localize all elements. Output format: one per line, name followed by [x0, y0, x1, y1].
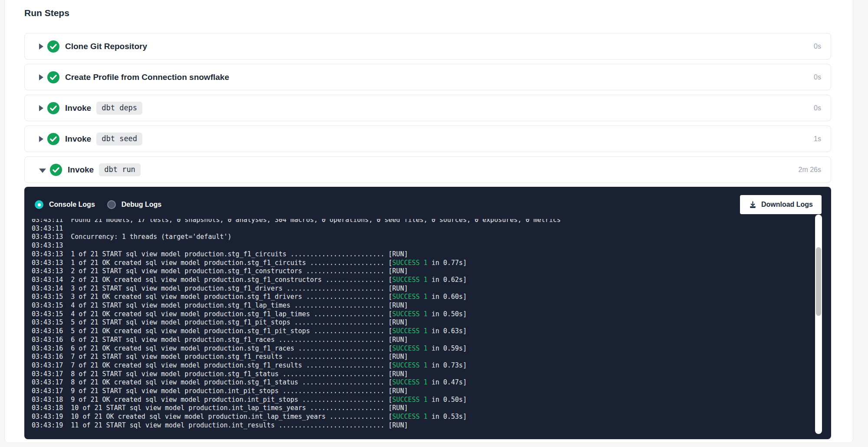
log-line: 03:43:17 7 of 21 OK created sql view mod… [32, 361, 831, 370]
log-line: 03:43:16 6 of 21 OK created sql view mod… [32, 344, 831, 353]
caret-icon[interactable] [39, 43, 43, 50]
success-check-icon [47, 133, 59, 145]
step-duration: 0s [814, 73, 821, 81]
log-line: 03:43:15 3 of 21 OK created sql view mod… [32, 293, 831, 301]
log-tab-label: Console Logs [49, 201, 95, 209]
log-line: 03:43:14 3 of 21 START sql view model pr… [32, 285, 831, 293]
log-line: 03:43:16 6 of 21 START sql view model pr… [32, 336, 831, 344]
caret-icon[interactable] [39, 74, 43, 80]
log-line: 03:43:11 [32, 225, 831, 233]
success-check-icon [47, 40, 59, 53]
step-row[interactable]: Create Profile from Connection snowflake… [24, 64, 831, 90]
radio-icon[interactable] [107, 200, 116, 209]
success-check-icon [50, 164, 62, 176]
log-scrollbar-thumb[interactable] [816, 247, 821, 316]
log-line: 03:43:17 8 of 21 START sql view model pr… [32, 370, 831, 379]
step-label: Create Profile from Connection snowflake [65, 73, 229, 82]
log-line: 03:43:15 4 of 21 START sql view model pr… [32, 301, 831, 310]
caret-icon[interactable] [39, 105, 43, 111]
log-panel-header: Console Logs Debug Logs Download Logs [24, 187, 831, 214]
step-command-badge: dbt run [99, 163, 141, 176]
log-line: 03:43:15 5 of 21 START sql view model pr… [32, 318, 831, 327]
log-line: 03:43:11 Found 21 models, 17 tests, 0 sn… [32, 219, 831, 225]
page-title: Run Steps [24, 7, 853, 19]
log-line: 03:43:19 10 of 21 OK created sql view mo… [32, 413, 831, 421]
caret-icon[interactable] [39, 169, 46, 173]
download-icon [749, 201, 757, 209]
log-line: 03:43:14 2 of 21 OK created sql view mod… [32, 276, 831, 285]
step-row[interactable]: Clone Git Repository 0s [24, 33, 831, 60]
log-line: 03:43:19 11 of 21 START sql view model p… [32, 421, 831, 430]
log-tab-radio[interactable]: Console Logs [35, 200, 95, 209]
step-duration: 0s [814, 43, 821, 50]
log-line: 03:43:13 [32, 242, 831, 250]
log-line: 03:43:17 9 of 21 START sql view model pr… [32, 387, 831, 396]
log-type-radio-group: Console Logs Debug Logs [35, 200, 161, 209]
download-logs-label: Download Logs [761, 201, 813, 209]
log-line: 03:43:17 8 of 21 OK created sql view mod… [32, 378, 831, 387]
step-row[interactable]: Invoke dbt run 2m 26s [24, 156, 831, 183]
log-tab-label: Debug Logs [122, 201, 161, 209]
log-line: 03:43:13 2 of 21 START sql view model pr… [32, 267, 831, 276]
download-logs-button[interactable]: Download Logs [740, 195, 822, 214]
step-duration: 2m 26s [799, 166, 821, 174]
log-line: 03:43:18 9 of 21 OK created sql view mod… [32, 396, 831, 404]
step-duration: 1s [814, 135, 821, 143]
step-command-badge: dbt deps [96, 102, 142, 115]
log-lines: 03:43:11 Found 21 models, 17 tests, 0 sn… [32, 219, 831, 430]
step-label: Invoke [65, 134, 91, 144]
log-line: 03:43:16 5 of 21 OK created sql view mod… [32, 327, 831, 336]
caret-icon[interactable] [39, 136, 43, 142]
step-label: Clone Git Repository [65, 42, 147, 51]
log-tab-radio[interactable]: Debug Logs [107, 200, 161, 209]
success-check-icon [47, 102, 59, 114]
radio-icon[interactable] [35, 200, 43, 209]
log-scrollbar[interactable] [815, 215, 822, 434]
step-label: Invoke [65, 103, 91, 113]
step-row[interactable]: Invoke dbt deps 0s [24, 95, 831, 121]
run-steps-panel: Run Steps Clone Git Repository 0s Create… [4, 0, 853, 443]
log-line: 03:43:16 7 of 21 START sql view model pr… [32, 353, 831, 361]
log-line: 03:43:13 1 of 21 START sql view model pr… [32, 250, 831, 259]
success-check-icon [47, 71, 59, 83]
log-panel: Console Logs Debug Logs Download Logs 03… [24, 187, 831, 439]
log-line: 03:43:18 10 of 21 START sql view model p… [32, 404, 831, 413]
log-line: 03:43:13 1 of 21 OK created sql view mod… [32, 259, 831, 268]
step-row[interactable]: Invoke dbt seed 1s [24, 126, 831, 152]
step-duration: 0s [814, 104, 821, 112]
log-line: 03:43:13 Concurrency: 1 threads (target=… [32, 233, 831, 242]
step-command-badge: dbt seed [96, 132, 142, 146]
steps-list: Clone Git Repository 0s Create Profile f… [24, 33, 831, 183]
log-line: 03:43:15 4 of 21 OK created sql view mod… [32, 310, 831, 319]
console-log-output[interactable]: 03:43:11 Found 21 models, 17 tests, 0 sn… [24, 219, 831, 439]
step-label: Invoke [68, 165, 94, 175]
